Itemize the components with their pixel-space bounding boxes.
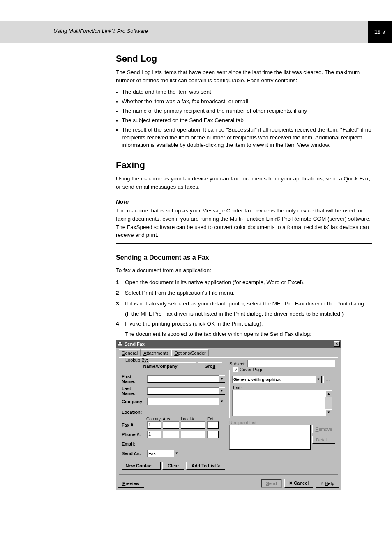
section-heading-faxing: Faxing xyxy=(116,160,372,171)
send-fax-dialog: Send Fax × General Attachments Options/S… xyxy=(116,340,341,490)
tab-general[interactable]: General xyxy=(119,349,141,356)
fax-local-input[interactable] xyxy=(181,421,205,429)
phone-country-input[interactable]: 1 xyxy=(147,431,161,438)
tab-options-sender[interactable]: Options/Sender xyxy=(171,349,208,356)
para-faxing-desc: Using the machine as your fax device you… xyxy=(116,175,372,191)
svg-rect-0 xyxy=(118,344,122,346)
remove-button[interactable]: Remove xyxy=(312,425,335,433)
chevron-down-icon[interactable]: ▼ xyxy=(315,376,322,383)
fax-ext-input[interactable] xyxy=(207,421,219,429)
step4: Invoke the printing process (click OK in… xyxy=(125,320,263,328)
svg-rect-1 xyxy=(119,342,121,344)
fax-num-label: Fax #: xyxy=(122,423,145,427)
last-name-label: Last Name: xyxy=(122,386,145,396)
note-label: Note xyxy=(116,199,372,205)
clear-button[interactable]: Clear xyxy=(162,462,184,470)
local-col: Local # xyxy=(181,417,206,421)
chevron-down-icon[interactable]: ▼ xyxy=(173,450,180,457)
fax-icon xyxy=(117,341,123,347)
scroll-down-icon[interactable]: ▼ xyxy=(325,409,332,416)
lookup-by-label: Lookup By: xyxy=(125,358,149,363)
phone-ext-input[interactable] xyxy=(207,431,219,438)
dialog-title: Send Fax xyxy=(125,342,334,346)
cover-template-combo[interactable]: Generic with graphics ▼ xyxy=(232,376,322,383)
send-as-combo[interactable]: Fax ▼ xyxy=(147,450,180,457)
detail-button[interactable]: Detail... xyxy=(312,436,335,444)
country-col: Country xyxy=(146,417,162,421)
phone-num-label: Phone #: xyxy=(122,432,145,437)
step-intro: To fax a document from an application: xyxy=(116,266,372,275)
cover-page-group: ✓ Cover Page: Generic with graphics ▼ ..… xyxy=(229,370,335,418)
browse-button[interactable]: ... xyxy=(323,376,332,383)
title-bar[interactable]: Send Fax × xyxy=(116,340,341,348)
fax-area-input[interactable] xyxy=(163,421,179,429)
chevron-down-icon[interactable]: ▼ xyxy=(219,387,225,395)
help-button[interactable]: ?Help xyxy=(316,479,339,488)
new-contact-button[interactable]: New Contact... xyxy=(122,462,161,470)
group-button[interactable]: Grou xyxy=(198,362,222,370)
step4-sub: The document is spooled to the fax drive… xyxy=(125,330,372,338)
x-icon: ✕ xyxy=(289,480,293,485)
send-button[interactable]: Send xyxy=(261,479,282,488)
step3: If it is not already selected as your de… xyxy=(125,300,366,308)
bullet-5: The result of the send operation. It can… xyxy=(122,126,372,150)
subject-input[interactable] xyxy=(247,360,335,367)
send-as-label: Send As: xyxy=(122,451,145,456)
lookup-by-group: Lookup By: Name/Company Grou xyxy=(122,360,225,372)
header-breadcrumb: Using MultiFunction Link® Pro Software xyxy=(53,28,148,34)
chevron-down-icon[interactable]: ▼ xyxy=(219,398,225,405)
chevron-down-icon[interactable]: ▼ xyxy=(219,375,225,383)
question-icon: ? xyxy=(320,481,323,486)
page-header-bar: Using MultiFunction Link® Pro Software 1… xyxy=(0,21,392,43)
checkbox-checked-icon[interactable]: ✓ xyxy=(233,367,238,372)
cover-text-area[interactable]: ▲ ▼ xyxy=(232,390,332,416)
cancel-button[interactable]: ✕Cancel xyxy=(284,479,313,488)
subheading-send: Sending a Document as a Fax xyxy=(116,253,372,262)
preview-button[interactable]: Preview xyxy=(118,479,144,488)
section-heading-sendlog: Send Log xyxy=(116,53,372,64)
last-name-combo[interactable]: ▼ xyxy=(147,387,225,395)
ext-col: Ext. xyxy=(207,417,219,421)
name-company-button[interactable]: Name/Company xyxy=(125,362,196,370)
company-combo[interactable]: ▼ xyxy=(147,398,225,405)
close-button[interactable]: × xyxy=(334,341,340,347)
tab-attachments[interactable]: Attachments xyxy=(141,349,171,356)
recipient-list[interactable] xyxy=(229,425,311,450)
step2: Select Print from the application's File… xyxy=(125,289,235,297)
page-number: 19-7 xyxy=(368,21,392,43)
fax-country-input[interactable]: 1 xyxy=(147,421,161,429)
scroll-up-icon[interactable]: ▲ xyxy=(325,390,332,397)
area-col: Area xyxy=(163,417,180,421)
company-label: Company: xyxy=(122,399,145,404)
subject-label: Subject: xyxy=(229,361,246,366)
note-text: The machine that is set up as your Messa… xyxy=(116,207,372,239)
phone-local-input[interactable] xyxy=(181,431,205,438)
step3-sub: (If the MFL Pro Fax driver is not listed… xyxy=(125,310,372,318)
bullet-1: The date and time the item was sent xyxy=(122,88,211,96)
para-sendlog-desc: The Send Log lists items that have been … xyxy=(116,68,372,84)
bullet-2: Whether the item was a fax, fax broadcas… xyxy=(122,98,248,106)
email-label: Email: xyxy=(122,441,145,446)
cover-page-checkbox[interactable]: ✓ Cover Page: xyxy=(232,367,265,372)
location-label: Location: xyxy=(122,410,145,415)
bullet-4: The subject entered on the Send Fax Gene… xyxy=(122,117,243,125)
first-name-combo[interactable]: ▼ xyxy=(147,375,225,383)
first-name-label: First Name: xyxy=(122,374,145,384)
phone-area-input[interactable] xyxy=(163,431,179,438)
bullet-3: The name of the primary recipient and th… xyxy=(122,107,307,115)
recipient-list-label: Recipient List: xyxy=(229,420,335,425)
text-label: Text: xyxy=(232,385,332,390)
add-to-list-button[interactable]: Add To List > xyxy=(186,462,225,470)
step1: Open the document in its native applicat… xyxy=(125,278,304,286)
